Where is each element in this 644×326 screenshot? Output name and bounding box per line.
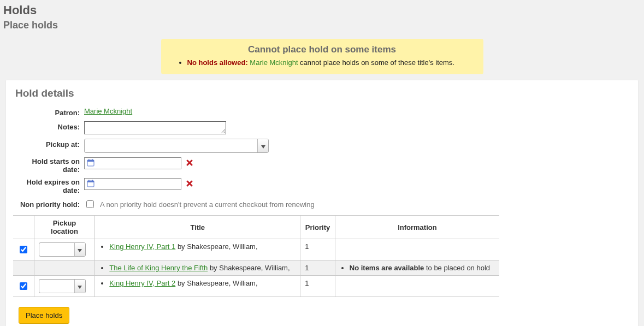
- alert-strong: No holds allowed:: [187, 58, 248, 67]
- pickup-input[interactable]: [85, 139, 257, 152]
- row-title-cell: King Henry IV, Part 2 by Shakespeare, Wi…: [95, 276, 300, 297]
- row-priority: 1: [300, 276, 335, 297]
- expire-date-input[interactable]: [97, 180, 179, 189]
- expire-date-field[interactable]: [84, 178, 181, 190]
- alert-item: No holds allowed: Marie Mcknight cannot …: [187, 58, 467, 67]
- patron-link[interactable]: Marie Mcknight: [84, 107, 132, 115]
- row-info-tail: to be placed on hold: [424, 264, 490, 272]
- pickup-combo[interactable]: [84, 139, 269, 153]
- expire-date-label: Hold expires on date:: [13, 178, 84, 194]
- start-date-label: Hold starts on date:: [13, 157, 84, 174]
- row-info-cell: No items are available to be placed on h…: [335, 260, 499, 276]
- col-info: Information: [335, 216, 499, 239]
- pickup-dropdown-button[interactable]: [257, 139, 268, 152]
- row-checkbox[interactable]: [20, 246, 27, 253]
- title-link[interactable]: The Life of King Henry the Fifth: [109, 264, 208, 272]
- alert-heading: Cannot place hold on some items: [178, 44, 467, 55]
- place-holds-button[interactable]: Place holds: [19, 307, 69, 324]
- chevron-down-icon: [78, 246, 82, 254]
- row-pickup-combo[interactable]: [39, 242, 86, 257]
- title-link[interactable]: King Henry IV, Part 2: [109, 279, 175, 287]
- close-icon: [186, 159, 193, 168]
- holds-table: Pickup location Title Priority Informati…: [13, 215, 499, 297]
- alert-box: Cannot place hold on some items No holds…: [161, 39, 483, 74]
- title-byline: by Shakespeare, William,: [175, 242, 257, 251]
- row-pickup-cell: [34, 260, 95, 276]
- alert-tail: cannot place holds on some of these titl…: [298, 58, 454, 67]
- title-link[interactable]: King Henry IV, Part 1: [109, 242, 175, 251]
- svg-rect-5: [87, 181, 94, 182]
- title-byline: by Shakespeare, William,: [175, 279, 257, 287]
- patron-label: Patron:: [13, 107, 84, 117]
- svg-rect-3: [92, 159, 93, 161]
- row-priority: 1: [300, 239, 335, 260]
- chevron-down-icon: [78, 282, 82, 291]
- row-info-strong: No items are available: [350, 264, 424, 272]
- col-pickup: Pickup location: [34, 216, 95, 239]
- hold-details-panel: Hold details Patron: Marie Mcknight Note…: [5, 80, 639, 326]
- svg-rect-6: [88, 180, 90, 181]
- col-priority: Priority: [300, 216, 335, 239]
- row-title-item: King Henry IV, Part 2 by Shakespeare, Wi…: [109, 279, 296, 287]
- clear-expire-date-button[interactable]: [186, 180, 193, 189]
- row-pickup-cell: [34, 239, 95, 260]
- calendar-icon: [87, 180, 94, 189]
- row-title-cell: King Henry IV, Part 1 by Shakespeare, Wi…: [95, 239, 300, 260]
- row-pickup-dropdown-button[interactable]: [74, 280, 85, 293]
- svg-rect-2: [88, 159, 90, 161]
- alert-patron-link[interactable]: Marie Mcknight: [250, 58, 298, 67]
- row-pickup-cell: [34, 276, 95, 297]
- col-title: Title: [95, 216, 300, 239]
- table-row: King Henry IV, Part 1 by Shakespeare, Wi…: [13, 239, 499, 260]
- pickup-label: Pickup at:: [13, 139, 84, 149]
- section-title: Hold details: [15, 87, 631, 99]
- row-info-cell: [335, 276, 499, 297]
- svg-rect-1: [87, 160, 94, 162]
- notes-input[interactable]: [84, 121, 226, 134]
- row-checkbox-cell: [13, 239, 34, 260]
- clear-start-date-button[interactable]: [186, 159, 193, 168]
- table-row: The Life of King Henry the Fifth by Shak…: [13, 260, 499, 276]
- row-title-item: King Henry IV, Part 1 by Shakespeare, Wi…: [109, 242, 296, 251]
- col-checkbox: [13, 216, 34, 239]
- calendar-icon: [87, 159, 94, 168]
- start-date-field[interactable]: [84, 157, 181, 169]
- row-title-item: The Life of King Henry the Fifth by Shak…: [109, 264, 296, 272]
- page-subtitle: Place holds: [3, 20, 641, 31]
- page-title: Holds: [3, 3, 641, 17]
- close-icon: [186, 180, 193, 189]
- row-checkbox[interactable]: [20, 282, 27, 290]
- svg-rect-7: [92, 180, 93, 181]
- nonprio-label: Non priority hold:: [13, 199, 84, 209]
- notes-label: Notes:: [13, 121, 84, 131]
- row-pickup-combo[interactable]: [39, 279, 86, 293]
- row-info-item: No items are available to be placed on h…: [350, 264, 495, 272]
- row-pickup-dropdown-button[interactable]: [74, 243, 85, 256]
- row-checkbox-cell: [13, 276, 34, 297]
- nonprio-hint: A non priority hold doesn't prevent a cu…: [100, 200, 315, 209]
- row-pickup-input[interactable]: [39, 243, 74, 256]
- title-byline: by Shakespeare, William,: [208, 264, 289, 272]
- row-priority: 1: [300, 260, 335, 276]
- chevron-down-icon: [261, 142, 265, 150]
- row-checkbox-cell: [13, 260, 34, 276]
- table-row: King Henry IV, Part 2 by Shakespeare, Wi…: [13, 276, 499, 297]
- start-date-input[interactable]: [97, 159, 179, 168]
- row-title-cell: The Life of King Henry the Fifth by Shak…: [95, 260, 300, 276]
- row-pickup-input[interactable]: [39, 280, 74, 293]
- row-info-cell: [335, 239, 499, 260]
- nonprio-checkbox[interactable]: [86, 200, 94, 208]
